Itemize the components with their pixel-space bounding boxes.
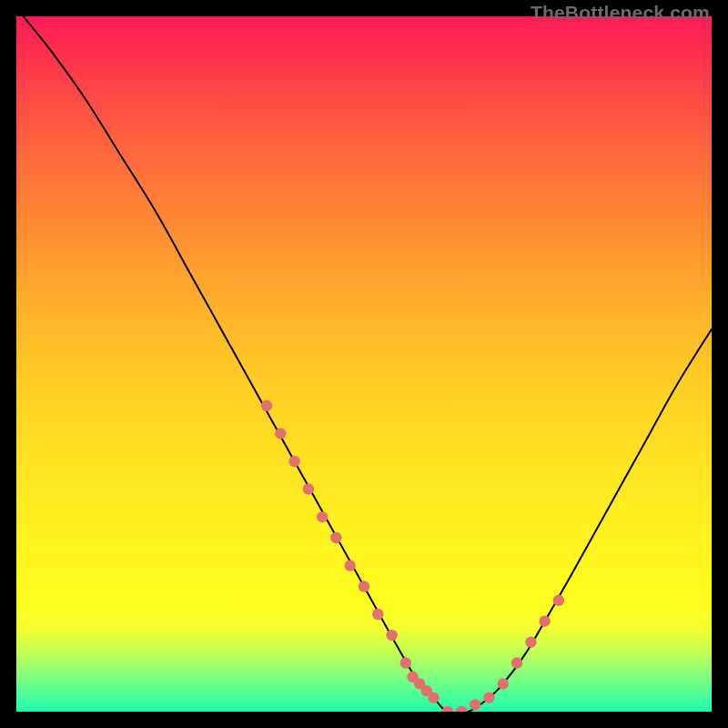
marker-point bbox=[372, 609, 383, 620]
marker-point bbox=[330, 532, 341, 543]
marker-point bbox=[511, 657, 522, 668]
marker-point bbox=[400, 657, 411, 668]
marker-point bbox=[456, 706, 467, 712]
marker-point bbox=[303, 483, 314, 494]
bottleneck-curve bbox=[24, 16, 712, 712]
marker-point bbox=[275, 428, 286, 439]
marker-point bbox=[386, 630, 397, 641]
marker-point bbox=[539, 616, 550, 627]
marker-point bbox=[359, 581, 369, 592]
chart-svg bbox=[16, 16, 712, 712]
marker-point bbox=[428, 693, 439, 703]
watermark-text: TheBottleneck.com bbox=[531, 2, 710, 24]
marker-point bbox=[553, 595, 564, 606]
marker-point bbox=[345, 560, 356, 571]
chart-frame: TheBottleneck.com bbox=[0, 0, 728, 728]
marker-point bbox=[288, 456, 299, 467]
marker-point bbox=[470, 699, 480, 710]
marker-point bbox=[483, 693, 494, 703]
marker-point bbox=[498, 678, 509, 689]
marker-point bbox=[261, 400, 272, 411]
marker-group bbox=[261, 400, 564, 712]
marker-point bbox=[442, 706, 453, 712]
marker-point bbox=[525, 636, 536, 647]
marker-point bbox=[317, 511, 328, 522]
plot-area bbox=[16, 16, 712, 712]
